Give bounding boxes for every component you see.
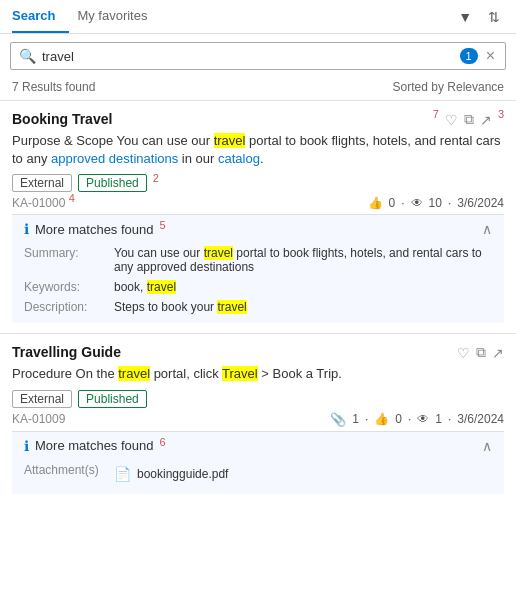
share-icon-2[interactable]: ↗ (492, 345, 504, 361)
share-icon-1[interactable]: ↗ (480, 112, 492, 128)
tag-external-1: External (12, 174, 72, 192)
info-icon-2: ℹ (24, 438, 29, 454)
more-matches-label-2: More matches found (35, 438, 154, 453)
card-body-1: Purpose & Scope You can use our travel p… (12, 132, 504, 168)
attachment-icon-2: 📎 (330, 412, 346, 427)
card-title-2: Travelling Guide (12, 344, 121, 360)
body-text-2c: > Book a Trip. (258, 366, 342, 381)
view-count-2: 1 (435, 412, 442, 426)
view-icon-1: 👁 (411, 196, 423, 210)
tab-favorites[interactable]: My favorites (77, 0, 161, 33)
chevron-up-1: ∧ (482, 221, 492, 237)
more-matches-label-1: More matches found (35, 222, 154, 237)
sort-icon[interactable]: ⇅ (484, 7, 504, 27)
match-value-summary: You can use our travel portal to book fl… (114, 246, 492, 274)
card-body-2: Procedure On the travel portal, click Tr… (12, 365, 504, 383)
card-stats-1: 👍 0 · 👁 10 · 3/6/2024 (368, 196, 504, 210)
info-icon-1: ℹ (24, 221, 29, 237)
card-tags-1: External Published 2 (12, 174, 504, 192)
tabs-left: Search My favorites (12, 0, 169, 33)
match-label-description: Description: (24, 300, 114, 314)
card-action-icons-2: ♡ ⧉ ↗ (457, 344, 504, 361)
pdf-icon: 📄 (114, 466, 131, 482)
card-header-2: Travelling Guide ♡ ⧉ ↗ (12, 344, 504, 361)
search-badge: 1 (460, 48, 478, 64)
card-stats-2: 📎 1 · 👍 0 · 👁 1 · 3/6/2024 (330, 412, 504, 427)
search-icon: 🔍 (19, 48, 36, 64)
card-header-1: Booking Travel 7 ♡ ⧉ ↗ 3 (12, 111, 504, 128)
tag-external-2: External (12, 390, 72, 408)
article-id-1: KA-01000 4 (12, 196, 75, 210)
card-badge-3: 3 (498, 108, 504, 120)
match-row-keywords: Keywords: book, travel (24, 277, 492, 297)
attachment-row-1: 📄 bookingguide.pdf (114, 463, 228, 485)
tag-published-1: Published (78, 174, 147, 192)
more-matches-count-2: 6 (160, 436, 166, 448)
results-meta: 7 Results found Sorted by Relevance (0, 78, 516, 100)
match-label-keywords: Keywords: (24, 280, 114, 294)
card-action-icons-1: 7 ♡ ⧉ ↗ 3 (433, 111, 504, 128)
body-text: Purpose & Scope You can use our (12, 133, 214, 148)
header-icons: ▼ ⇅ (454, 7, 504, 27)
header-tabs: Search My favorites ▼ ⇅ (0, 0, 516, 34)
match-row-attachment: Attachment(s) 📄 bookingguide.pdf (24, 460, 492, 488)
like-icon-2: 👍 (374, 412, 389, 426)
more-matches-title-1: ℹ More matches found 5 (24, 221, 166, 237)
like-count-1: 0 (389, 196, 396, 210)
highlight-Travel-2: Travel (222, 366, 258, 381)
catalog-link: catalog (218, 151, 260, 166)
search-input[interactable] (42, 49, 460, 64)
tag-published-2: Published (78, 390, 147, 408)
more-matches-header-2[interactable]: ℹ More matches found 6 ∧ (24, 438, 492, 454)
body-text: . (260, 151, 264, 166)
card-title-1: Booking Travel (12, 111, 112, 127)
highlight-travel-1: travel (214, 133, 246, 148)
chevron-up-2: ∧ (482, 438, 492, 454)
approved-link: approved destinations (51, 151, 178, 166)
article-id-2: KA-01009 (12, 412, 65, 426)
attachment-filename[interactable]: bookingguide.pdf (137, 467, 228, 481)
more-matches-2: ℹ More matches found 6 ∧ Attachment(s) 📄… (12, 431, 504, 494)
more-matches-title-2: ℹ More matches found 6 (24, 438, 166, 454)
sort-label: Sorted by Relevance (393, 80, 504, 94)
view-count-1: 10 (429, 196, 442, 210)
body-text-2b: portal, click (150, 366, 222, 381)
copy-icon-2[interactable]: ⧉ (476, 344, 486, 361)
like-count-2: 0 (395, 412, 402, 426)
clear-button[interactable]: × (484, 47, 497, 65)
match-row-summary: Summary: You can use our travel portal t… (24, 243, 492, 277)
body-text: in our (178, 151, 218, 166)
more-matches-1: ℹ More matches found 5 ∧ Summary: You ca… (12, 214, 504, 323)
result-card-booking-travel: Booking Travel 7 ♡ ⧉ ↗ 3 Purpose & Scope… (0, 100, 516, 329)
card-meta-2: KA-01009 📎 1 · 👍 0 · 👁 1 · 3/6/2024 (12, 412, 504, 427)
card-meta-1: KA-01000 4 👍 0 · 👁 10 · 3/6/2024 (12, 196, 504, 210)
results-count: 7 Results found (12, 80, 95, 94)
card-tags-2: External Published (12, 390, 504, 408)
tag-badge-2: 2 (153, 172, 159, 190)
favorite-icon-2[interactable]: ♡ (457, 345, 470, 361)
match-details-2: Attachment(s) 📄 bookingguide.pdf (24, 460, 492, 488)
id-badge-4: 4 (69, 192, 75, 204)
view-icon-2: 👁 (417, 412, 429, 426)
more-matches-count-1: 5 (160, 219, 166, 231)
match-value-description: Steps to book your travel (114, 300, 247, 314)
card-badge-7: 7 (433, 108, 439, 120)
copy-icon-1[interactable]: ⧉ (464, 111, 474, 128)
like-icon-1: 👍 (368, 196, 383, 210)
highlight-travel-2: travel (118, 366, 150, 381)
result-card-travelling-guide: Travelling Guide ♡ ⧉ ↗ Procedure On the … (0, 333, 516, 499)
match-details-1: Summary: You can use our travel portal t… (24, 243, 492, 317)
body-text-2a: Procedure On the (12, 366, 118, 381)
match-row-description: Description: Steps to book your travel (24, 297, 492, 317)
search-bar: 🔍 1 × (10, 42, 506, 70)
filter-icon[interactable]: ▼ (454, 7, 476, 27)
more-matches-header-1[interactable]: ℹ More matches found 5 ∧ (24, 221, 492, 237)
date-2: 3/6/2024 (457, 412, 504, 426)
tab-search[interactable]: Search (12, 0, 69, 33)
favorite-icon-1[interactable]: ♡ (445, 112, 458, 128)
attachment-count-2: 1 (352, 412, 359, 426)
match-value-keywords: book, travel (114, 280, 176, 294)
date-1: 3/6/2024 (457, 196, 504, 210)
match-label-summary: Summary: (24, 246, 114, 274)
match-label-attachment: Attachment(s) (24, 463, 114, 485)
